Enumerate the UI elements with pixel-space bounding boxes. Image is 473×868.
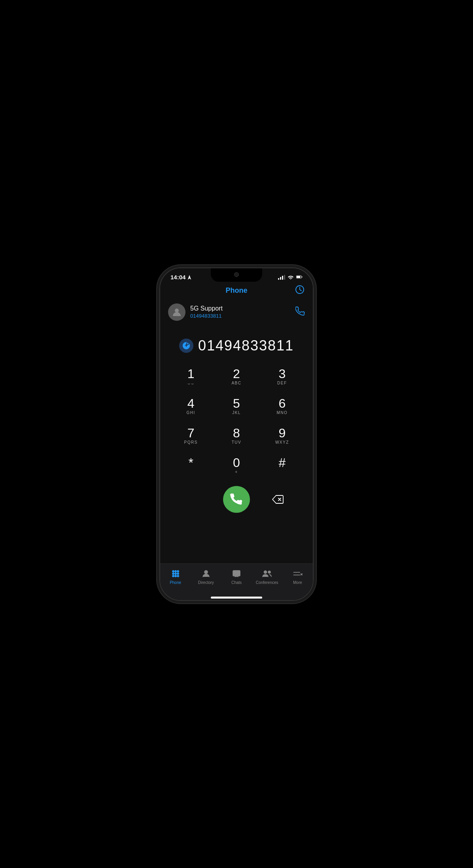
home-bar: [211, 597, 262, 599]
contact-info: 5G Support 01494833811: [168, 303, 223, 321]
tab-conferences[interactable]: Conferences: [252, 567, 282, 586]
contact-name: 5G Support: [190, 305, 223, 312]
key-star[interactable]: *: [168, 451, 214, 480]
home-indicator: [160, 594, 313, 600]
tab-phone-label: Phone: [170, 580, 181, 585]
battery-icon: [296, 274, 303, 281]
svg-rect-17: [233, 571, 240, 576]
svg-point-19: [268, 571, 271, 573]
delete-button[interactable]: [250, 490, 305, 508]
tab-more-label: More: [293, 580, 302, 585]
key-2[interactable]: 2 ABC: [214, 362, 259, 392]
svg-point-8: [174, 570, 176, 572]
key-7[interactable]: 7 PQRS: [168, 421, 214, 451]
key-5[interactable]: 5 JKL: [214, 392, 259, 421]
history-icon[interactable]: [295, 284, 305, 296]
key-8[interactable]: 8 TUV: [214, 421, 259, 451]
svg-point-15: [177, 575, 179, 577]
tab-chats[interactable]: Chats: [221, 567, 252, 586]
conferences-icon: [262, 569, 272, 579]
time-display: 14:04: [170, 274, 185, 281]
chats-icon: [231, 569, 242, 579]
location-icon: [187, 275, 191, 280]
signal-icon: [278, 275, 285, 280]
key-3[interactable]: 3 DEF: [259, 362, 305, 392]
tab-conferences-label: Conferences: [256, 580, 278, 585]
key-4[interactable]: 4 GHI: [168, 392, 214, 421]
keypad: 1 ⌣⌣ 2 ABC 3 DEF 4 GHI 5 JKL: [164, 362, 309, 480]
wifi-icon: [288, 274, 294, 281]
tab-more[interactable]: More: [282, 567, 313, 586]
number-display: 01494833811: [164, 333, 309, 362]
svg-point-0: [290, 279, 291, 279]
phone-frame: 14:04: [159, 267, 314, 601]
svg-point-18: [264, 571, 267, 573]
dialed-number: 01494833811: [198, 337, 294, 354]
tab-directory[interactable]: Directory: [191, 567, 221, 586]
svg-point-14: [174, 575, 176, 577]
key-0[interactable]: 0 +: [214, 451, 259, 480]
key-1[interactable]: 1 ⌣⌣: [168, 362, 214, 392]
svg-point-5: [175, 309, 179, 313]
tab-phone[interactable]: Phone: [160, 567, 191, 586]
key-9[interactable]: 9 WXYZ: [259, 421, 305, 451]
camera-dot: [234, 272, 239, 277]
svg-rect-2: [297, 276, 301, 278]
svg-point-10: [172, 572, 174, 574]
key-hash[interactable]: #: [259, 451, 305, 480]
status-icons: [278, 274, 303, 281]
notch: [211, 268, 262, 282]
action-row: [164, 480, 309, 517]
contact-row: 5G Support 01494833811: [160, 299, 313, 326]
status-time: 14:04: [170, 274, 191, 281]
svg-point-7: [172, 570, 174, 572]
svg-point-16: [204, 571, 208, 574]
more-icon: [292, 569, 303, 579]
svg-point-13: [172, 575, 174, 577]
contact-details: 5G Support 01494833811: [190, 305, 223, 319]
svg-point-9: [177, 570, 179, 572]
contact-number: 01494833811: [190, 313, 223, 319]
svg-rect-3: [302, 276, 303, 277]
svg-point-11: [174, 572, 176, 574]
svg-point-12: [177, 572, 179, 574]
dialer-area: 01494833811 1 ⌣⌣ 2 ABC 3 DEF: [160, 326, 313, 563]
directory-icon: [201, 569, 211, 579]
add-contact-button[interactable]: [179, 339, 193, 353]
tab-chats-label: Chats: [231, 580, 242, 585]
key-6[interactable]: 6 MNO: [259, 392, 305, 421]
phone-tab-icon: [170, 569, 181, 579]
avatar: [168, 303, 185, 321]
call-button[interactable]: [223, 486, 250, 513]
tab-directory-label: Directory: [198, 580, 214, 585]
header-title: Phone: [225, 286, 247, 295]
contact-call-button[interactable]: [295, 307, 305, 318]
tab-bar: Phone Directory: [160, 563, 313, 594]
app-header: Phone: [160, 283, 313, 299]
